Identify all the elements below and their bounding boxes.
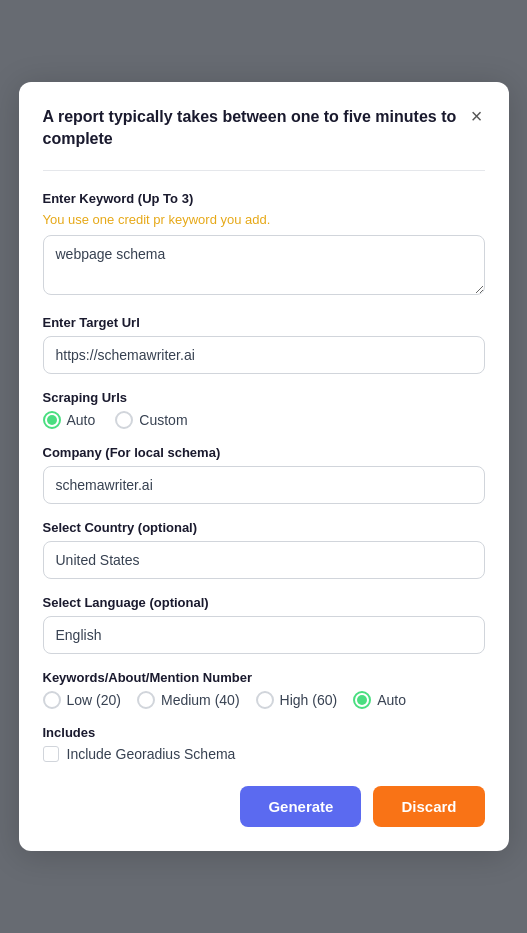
company-input[interactable] [43, 466, 485, 504]
kn-high-label: High (60) [280, 692, 338, 708]
country-input[interactable] [43, 541, 485, 579]
header-divider [43, 170, 485, 171]
scraping-custom-option[interactable]: Custom [115, 411, 187, 429]
credit-note: You use one credit pr keyword you add. [43, 212, 485, 227]
kn-auto-option[interactable]: Auto [353, 691, 406, 709]
report-modal: A report typically takes between one to … [19, 82, 509, 852]
keyword-number-group: Keywords/About/Mention Number Low (20) M… [43, 670, 485, 709]
kn-high-radio[interactable] [256, 691, 274, 709]
modal-title: A report typically takes between one to … [43, 106, 463, 151]
kn-low-radio[interactable] [43, 691, 61, 709]
scraping-label: Scraping Urls [43, 390, 485, 405]
company-group: Company (For local schema) [43, 445, 485, 504]
kn-medium-option[interactable]: Medium (40) [137, 691, 240, 709]
keyword-label: Enter Keyword (Up To 3) [43, 191, 485, 206]
kn-low-option[interactable]: Low (20) [43, 691, 121, 709]
kn-high-option[interactable]: High (60) [256, 691, 338, 709]
scraping-custom-label: Custom [139, 412, 187, 428]
includes-label: Includes [43, 725, 485, 740]
includes-group: Includes Include Georadius Schema [43, 725, 485, 762]
discard-button[interactable]: Discard [373, 786, 484, 827]
scraping-auto-label: Auto [67, 412, 96, 428]
country-label: Select Country (optional) [43, 520, 485, 535]
language-label: Select Language (optional) [43, 595, 485, 610]
modal-header: A report typically takes between one to … [43, 106, 485, 151]
scraping-group: Scraping Urls Auto Custom [43, 390, 485, 429]
url-group: Enter Target Url [43, 315, 485, 374]
keyword-number-label: Keywords/About/Mention Number [43, 670, 485, 685]
generate-button[interactable]: Generate [240, 786, 361, 827]
url-label: Enter Target Url [43, 315, 485, 330]
keyword-group: Enter Keyword (Up To 3) You use one cred… [43, 191, 485, 299]
georadius-checkbox[interactable] [43, 746, 59, 762]
scraping-auto-option[interactable]: Auto [43, 411, 96, 429]
url-input[interactable] [43, 336, 485, 374]
company-label: Company (For local schema) [43, 445, 485, 460]
kn-medium-label: Medium (40) [161, 692, 240, 708]
keyword-number-radio-group: Low (20) Medium (40) High (60) Auto [43, 691, 485, 709]
kn-low-label: Low (20) [67, 692, 121, 708]
close-button[interactable]: × [469, 106, 485, 126]
scraping-custom-radio[interactable] [115, 411, 133, 429]
scraping-auto-radio[interactable] [43, 411, 61, 429]
country-group: Select Country (optional) [43, 520, 485, 579]
keyword-textarea[interactable]: webpage schema [43, 235, 485, 295]
footer-buttons: Generate Discard [43, 786, 485, 827]
language-input[interactable] [43, 616, 485, 654]
language-group: Select Language (optional) [43, 595, 485, 654]
kn-auto-label: Auto [377, 692, 406, 708]
kn-medium-radio[interactable] [137, 691, 155, 709]
georadius-label: Include Georadius Schema [67, 746, 236, 762]
georadius-option[interactable]: Include Georadius Schema [43, 746, 485, 762]
kn-auto-radio[interactable] [353, 691, 371, 709]
scraping-radio-group: Auto Custom [43, 411, 485, 429]
